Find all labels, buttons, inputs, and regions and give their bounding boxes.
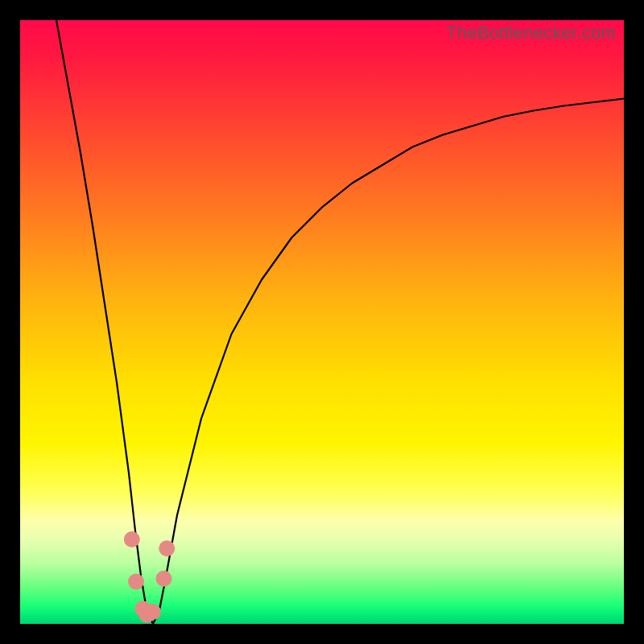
curve-layer	[20, 20, 624, 624]
highlight-dot	[159, 540, 175, 556]
plot-area: TheBottlenecker.com	[20, 20, 624, 624]
highlight-dot	[156, 571, 172, 587]
highlight-dot	[124, 531, 140, 547]
bottleneck-curve	[56, 20, 624, 624]
highlight-dot	[128, 574, 144, 590]
chart-frame: TheBottlenecker.com	[0, 0, 644, 644]
highlight-dot	[145, 604, 161, 620]
source-credit: TheBottlenecker.com	[447, 23, 616, 43]
